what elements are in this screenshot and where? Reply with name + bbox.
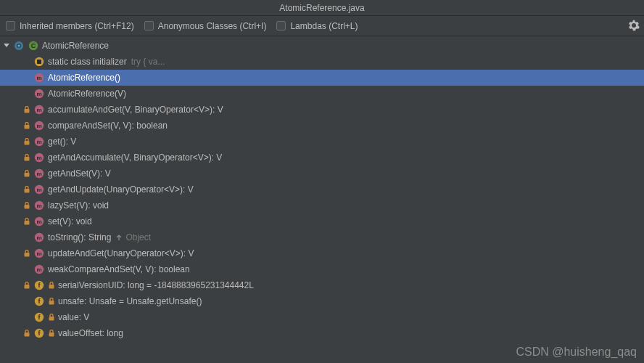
field-icon: f (33, 327, 45, 339)
method-icon: m (33, 232, 45, 243)
tree-item[interactable]: fvalueOffset: long (0, 325, 644, 341)
svg-text:m: m (36, 250, 41, 257)
svg-text:m: m (36, 75, 41, 81)
svg-text:m: m (36, 91, 41, 97)
class-scope-icon (13, 40, 25, 52)
svg-rect-11 (25, 109, 30, 113)
svg-rect-26 (25, 189, 30, 193)
tree-item[interactable]: fvalue: V (0, 309, 644, 325)
tree-item-label: getAndAccumulate(V, BinaryOperator<V>): … (48, 152, 222, 163)
tree-item[interactable]: mgetAndUpdate(UnaryOperator<V>): V (0, 182, 644, 197)
field-icon: f (33, 311, 45, 323)
tree-item-label: lazySet(V): void (48, 200, 109, 211)
tree-item-label: get(): V (48, 136, 76, 147)
method-icon: m (33, 216, 45, 227)
method-icon: m (33, 136, 45, 147)
tree-item[interactable]: mcompareAndSet(V, V): boolean (0, 118, 644, 134)
structure-tree: C AtomicReference static class initializ… (0, 36, 644, 341)
field-icon: f (33, 295, 45, 307)
tree-item-label: unsafe: Unsafe = Unsafe.getUnsafe() (58, 296, 202, 306)
lock-icon (23, 330, 30, 337)
tree-item[interactable]: mtoString(): StringObject (0, 229, 644, 245)
checkbox-label: Anonymous Classes (Ctrl+I) (158, 21, 267, 31)
tree-item[interactable]: mAtomicReference() (0, 70, 644, 86)
tree-item[interactable]: mlazySet(V): void (0, 197, 644, 213)
svg-text:m: m (36, 171, 41, 177)
override-icon (115, 234, 123, 241)
method-icon: m (33, 88, 45, 99)
tree-item-label: updateAndGet(UnaryOperator<V>): V (48, 248, 194, 258)
tree-item[interactable]: mgetAndSet(V): V (0, 166, 644, 182)
anonymous-classes-checkbox[interactable]: Anonymous Classes (Ctrl+I) (144, 21, 267, 31)
checkbox-icon (6, 21, 15, 30)
svg-rect-32 (25, 221, 30, 225)
tree-item[interactable]: mupdateAndGet(UnaryOperator<V>): V (0, 245, 644, 261)
svg-text:m: m (36, 266, 41, 273)
lambdas-checkbox[interactable]: Lambdas (Ctrl+L) (276, 21, 358, 31)
tree-item[interactable]: maccumulateAndGet(V, BinaryOperator<V>):… (0, 102, 644, 118)
tree-item[interactable]: static class initializer try { va... (0, 54, 644, 70)
svg-text:m: m (36, 234, 41, 241)
tree-root[interactable]: C AtomicReference (0, 38, 644, 54)
svg-rect-51 (49, 317, 54, 321)
tree-item[interactable]: mAtomicReference(V) (0, 86, 644, 102)
svg-text:m: m (36, 203, 41, 209)
inherited-members-checkbox[interactable]: Inherited members (Ctrl+F12) (6, 21, 134, 31)
svg-text:m: m (36, 123, 41, 129)
svg-text:m: m (36, 187, 41, 193)
svg-text:m: m (36, 155, 41, 161)
tree-item-label: AtomicReference() (48, 73, 120, 83)
lock-icon (23, 282, 30, 289)
tree-item-label: value: V (58, 312, 89, 322)
tree-item-label: set(V): void (48, 216, 92, 227)
window-title: AtomicReference.java (0, 0, 644, 16)
method-icon: m (33, 152, 45, 163)
expand-icon[interactable] (1, 41, 12, 51)
lock-icon (23, 138, 30, 145)
svg-point-2 (18, 45, 20, 47)
tree-item[interactable]: mset(V): void (0, 213, 644, 229)
svg-rect-52 (25, 333, 30, 337)
method-icon: m (33, 104, 45, 115)
lock-icon (23, 218, 30, 225)
lock-icon (23, 106, 30, 113)
svg-rect-14 (25, 125, 30, 129)
tree-item-label: toString(): String (48, 232, 111, 242)
checkbox-label: Lambdas (Ctrl+L) (290, 21, 358, 31)
svg-text:m: m (36, 219, 41, 225)
structure-toolbar: Inherited members (Ctrl+F12) Anonymous C… (0, 16, 644, 36)
svg-rect-29 (25, 205, 30, 209)
lock-icon (23, 250, 30, 257)
svg-rect-55 (49, 333, 54, 337)
override-source: Object (125, 232, 151, 242)
svg-rect-6 (37, 60, 41, 64)
lock-icon (23, 154, 30, 161)
method-icon: m (33, 120, 45, 131)
tree-item[interactable]: mgetAndAccumulate(V, BinaryOperator<V>):… (0, 150, 644, 166)
svg-text:C: C (31, 42, 36, 49)
initializer-preview: try { va... (131, 57, 165, 67)
field-lock-icon (48, 330, 55, 337)
tree-item[interactable]: funsafe: Unsafe = Unsafe.getUnsafe() (0, 293, 644, 309)
lock-icon (23, 122, 30, 129)
tree-item[interactable]: fserialVersionUID: long = -1848883965231… (0, 277, 644, 293)
method-icon: m (33, 248, 45, 259)
svg-rect-17 (25, 141, 30, 145)
svg-text:m: m (36, 139, 41, 145)
svg-rect-48 (49, 301, 54, 305)
tree-item-label: valueOffset: long (58, 328, 123, 338)
gear-icon[interactable] (628, 20, 640, 31)
svg-rect-20 (25, 157, 30, 161)
lock-icon (23, 202, 30, 209)
tree-item[interactable]: mweakCompareAndSet(V, V): boolean (0, 261, 644, 277)
svg-rect-42 (25, 285, 30, 289)
class-icon: C (28, 40, 39, 52)
field-icon: f (33, 280, 45, 291)
method-icon: m (33, 184, 45, 195)
tree-item-label: static class initializer (48, 57, 127, 67)
tree-item[interactable]: mget(): V (0, 134, 644, 150)
watermark-text: CSDN @huisheng_qaq (516, 346, 637, 359)
method-icon: m (33, 264, 45, 275)
svg-text:m: m (36, 107, 41, 113)
lock-icon (23, 186, 30, 193)
